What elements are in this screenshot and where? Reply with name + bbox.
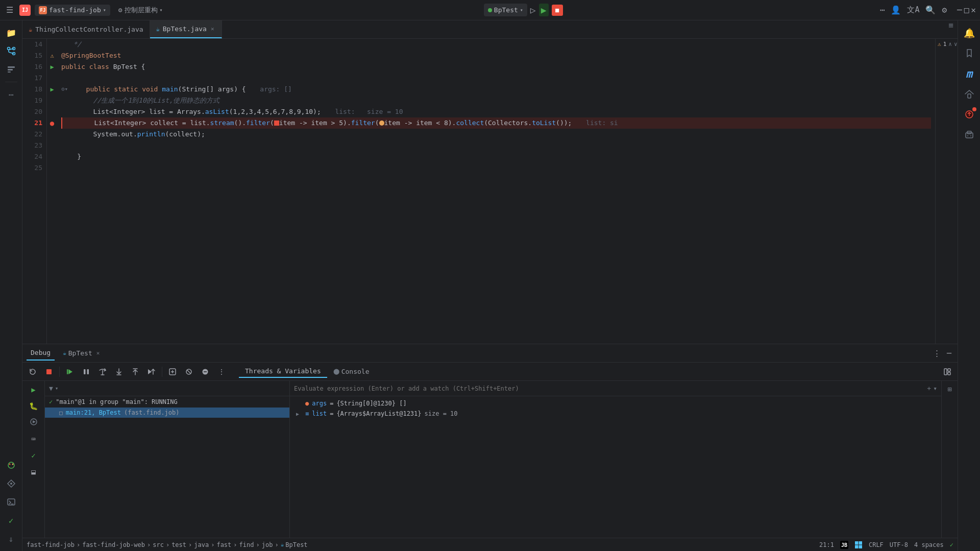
run-config-name: BpTest <box>494 6 518 14</box>
step-over-btn[interactable] <box>95 365 110 379</box>
bookmark-icon[interactable]: ⇓ <box>3 531 19 547</box>
position-item[interactable]: 21:1 <box>819 541 834 548</box>
debug-tab-main[interactable]: Debug <box>27 346 55 361</box>
breakpoint-icon[interactable]: ● <box>50 119 54 127</box>
export-icon[interactable]: ⬓ <box>29 465 38 478</box>
down-nav[interactable]: ∨ <box>954 41 958 47</box>
play-icon[interactable]: ▶ <box>29 383 38 396</box>
project-badge[interactable]: FJ fast-find-job ▾ <box>35 5 110 16</box>
module-status: fast-find-job-web <box>82 541 145 548</box>
resume-btn[interactable] <box>63 365 77 379</box>
code-content[interactable]: */ @SpringBootTest public class BpTest {… <box>57 39 935 344</box>
thread-main[interactable]: ✓ "main"@1 in group "main": RUNNING <box>45 396 289 408</box>
tab-menu-btn[interactable]: ≡ <box>944 20 958 38</box>
notifications-icon[interactable]: ✓ <box>950 541 953 548</box>
tab-label-2: BpTest.java <box>163 25 207 33</box>
restart-btn[interactable] <box>26 365 40 379</box>
check-icon[interactable]: ✓ <box>3 512 19 529</box>
run-with-coverage-btn[interactable]: ▷ <box>530 5 536 15</box>
stop-debug-btn[interactable] <box>42 365 56 379</box>
project-dropdown-icon[interactable]: ▾ <box>103 7 106 13</box>
tab-bptest[interactable]: ☕ BpTest.java ✕ <box>150 20 222 38</box>
notifications-panel-icon[interactable]: 🔔 <box>961 25 977 41</box>
notifications-badge-icon[interactable] <box>961 106 977 123</box>
search-icon[interactable]: 🔍 <box>925 5 936 15</box>
circle-play-icon[interactable] <box>28 416 40 429</box>
debug-more-icon[interactable]: ⋮ <box>931 347 943 360</box>
console-tab-btn[interactable]: ⬤ Console <box>327 366 376 377</box>
svg-rect-37 <box>948 372 950 375</box>
svg-point-12 <box>10 483 12 485</box>
folder-icon[interactable]: 📁 <box>3 25 19 41</box>
step-out-btn[interactable] <box>128 365 142 379</box>
close-btn[interactable]: ✕ <box>971 5 976 15</box>
more-icon[interactable]: ⋯ <box>880 5 885 15</box>
terminal-icon2[interactable]: ⌨ <box>29 433 38 446</box>
settings-icon[interactable]: ⚙ <box>942 5 947 15</box>
lambda-bp1 <box>274 121 279 126</box>
bug-icon[interactable]: 🐛 <box>27 399 40 413</box>
threads-list: ✓ "main"@1 in group "main": RUNNING □ ma… <box>45 396 289 538</box>
right-ide-sidebar: 🔔 m <box>958 20 980 551</box>
structure-panel-icon[interactable] <box>3 61 19 78</box>
stop-btn[interactable]: ■ <box>552 5 563 16</box>
add-watch-icon[interactable]: + <box>927 385 931 392</box>
threads-vars-tab[interactable]: Threads & Variables <box>239 365 327 378</box>
maximize-btn[interactable]: □ <box>964 5 969 15</box>
var-list[interactable]: ▶ ≡ list = {Arrays$ArrayList@1231} size … <box>290 409 941 419</box>
frame-main21[interactable]: □ main:21, BpTest (fast.find.job) <box>45 408 289 418</box>
window-controls: ─ □ ✕ <box>957 5 976 15</box>
debug-btn[interactable]: ▶ <box>539 4 549 16</box>
plugin-panel-icon[interactable]: m <box>961 65 977 82</box>
more-tools-icon[interactable]: ⋯ <box>3 86 19 103</box>
vars-eval-icons: + ▾ <box>927 385 937 392</box>
run-config[interactable]: BpTest ▾ <box>484 4 527 16</box>
pause-btn[interactable] <box>79 365 93 379</box>
run-gutter-icon[interactable]: ▶ <box>50 63 54 70</box>
evaluate-btn[interactable] <box>165 365 180 379</box>
test-status: test <box>172 541 186 548</box>
vcs-panel-icon[interactable] <box>961 86 977 102</box>
more-debug-btn[interactable]: ⋮ <box>214 365 229 379</box>
line-ending-item[interactable]: CRLF <box>869 541 884 548</box>
var-expand-list[interactable]: ▶ <box>296 411 302 417</box>
step-into-btn[interactable] <box>112 365 126 379</box>
mute-bp-btn[interactable] <box>182 365 196 379</box>
eval-dropdown-icon[interactable]: ▾ <box>933 385 937 392</box>
up-nav[interactable]: ∧ <box>948 41 952 47</box>
windows-icon[interactable] <box>854 541 863 549</box>
filter-dropdown[interactable]: ▾ <box>55 385 59 392</box>
debug-sidebar-icon[interactable] <box>3 457 19 473</box>
indent-item[interactable]: 4 spaces <box>914 541 944 548</box>
run-config-dropdown[interactable]: ▾ <box>520 7 523 13</box>
layout-icon[interactable]: ⊞ <box>945 383 953 395</box>
terminal-icon[interactable] <box>3 494 19 510</box>
eval-input[interactable] <box>294 385 924 392</box>
hamburger-icon[interactable]: ☰ <box>4 3 15 17</box>
tab-java-icon2: ☕ <box>156 26 160 33</box>
breakpoints-btn[interactable] <box>198 365 212 379</box>
user-icon[interactable]: 👤 <box>891 5 901 15</box>
restore-layout-btn[interactable] <box>940 365 954 379</box>
filter-icon: ▼ <box>49 385 53 392</box>
structure-badge[interactable]: ⚙ 控制层重构 ▾ <box>114 4 167 16</box>
services-icon[interactable] <box>3 475 19 492</box>
tab-close-btn[interactable]: ✕ <box>210 25 215 33</box>
threads-vars-panel: ▼ ▾ ✓ "main"@1 in group "main": RUNNING … <box>45 381 290 538</box>
ai-assistant-icon[interactable] <box>961 127 977 143</box>
jb-icon[interactable]: JB <box>840 541 848 549</box>
debug-session-close[interactable]: ✕ <box>96 350 100 356</box>
checkmark-icon[interactable]: ✓ <box>29 449 38 462</box>
run-gutter-icon-18[interactable]: ▶ <box>50 86 54 93</box>
minimize-btn[interactable]: ─ <box>957 5 962 15</box>
debug-tab-bptest[interactable]: ☕ BpTest ✕ <box>59 346 104 360</box>
bookmarks-panel-icon[interactable] <box>961 45 977 61</box>
tab-thingcollect[interactable]: ☕ ThingCollectController.java <box>22 20 150 38</box>
debug-minimize-icon[interactable]: ─ <box>945 347 953 360</box>
var-args[interactable]: ● args = {String[0]@1230} [] <box>290 398 941 409</box>
project-path-item[interactable]: fast-find-job › fast-find-job-web › src … <box>27 541 308 548</box>
encoding-item[interactable]: UTF-8 <box>890 541 908 548</box>
run-to-cursor-btn[interactable] <box>144 365 159 379</box>
translate-icon[interactable]: 文A <box>907 5 919 15</box>
vcs-icon[interactable] <box>3 43 19 59</box>
